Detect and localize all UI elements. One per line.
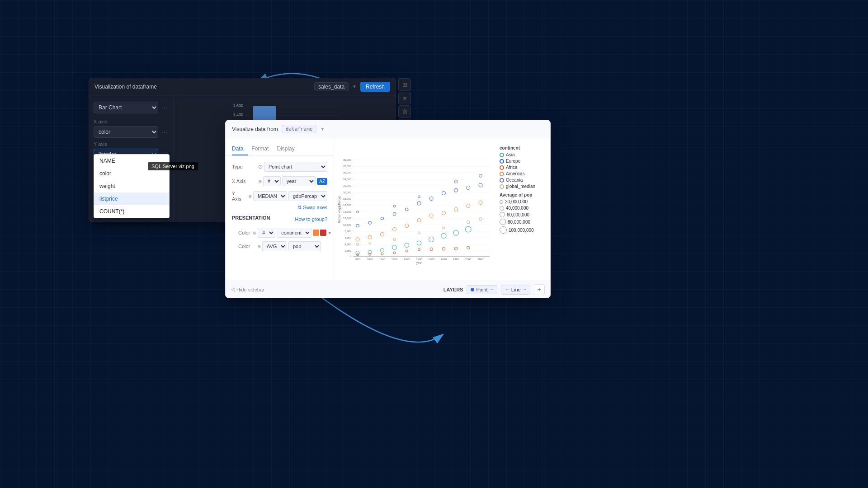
svg-text:1955: 1955 [354,258,361,261]
barchart-dataframe-arrow[interactable]: ▼ [352,84,357,89]
x-axis-more[interactable]: ··· [160,127,169,136]
scatter-chart-svg: 30,000 28,000 26,000 24,000 22,000 20,00… [338,142,497,277]
svg-point-111 [479,201,482,204]
legend-size-item-20m: 20,000,000 [500,199,544,204]
size-circle-100m [500,226,507,234]
presentation-label: PRESENTATION [232,215,270,221]
swatch-red [320,230,326,236]
svg-text:1985: 1985 [429,258,435,261]
dd-item-weight[interactable]: weight [94,180,169,192]
tab-data[interactable]: Data [232,143,248,155]
legend-item-americas: Americas [500,171,544,176]
svg-text:4,000: 4,000 [344,243,352,246]
x-axis-agg[interactable]: # [263,176,281,186]
x-axis-value-select[interactable]: year [282,176,316,186]
table-icon-btn[interactable]: ≡ [398,92,411,104]
svg-point-90 [479,183,482,187]
svg-point-84 [406,208,408,211]
legend-label-global-median: global_median [506,184,535,189]
svg-text:8,000: 8,000 [344,230,352,233]
legend-size-label-40m: 40,000,000 [506,206,528,211]
color1-value[interactable]: continent [277,228,311,238]
color2-value[interactable]: pop [288,241,321,251]
barchart-title: Visualization of dataframe [94,84,311,90]
svg-point-86 [429,197,433,201]
type-select[interactable]: Point chart [264,162,327,172]
legend-item-global-median: global_median [500,184,544,189]
chart-type-more[interactable]: ··· [160,103,169,112]
svg-point-120 [418,232,420,234]
svg-text:28,000: 28,000 [343,165,352,168]
x-axis-select[interactable]: color [94,126,158,138]
dd-item-count[interactable]: COUNT(*) [94,205,169,218]
svg-point-73 [392,245,397,250]
svg-text:1,400: 1,400 [233,113,243,117]
color1-row: Color ⊕ # continent ▼ [232,226,327,239]
presentation-section: PRESENTATION How to group? Color ⊕ # con… [226,212,334,254]
svg-text:6,000: 6,000 [344,236,352,239]
pc-body: Data Format Display Type ⊙ Point chart X… [226,138,550,281]
x-axis-section: X axis color ··· [89,116,174,139]
legend-item-africa: Africa [500,165,544,170]
svg-point-116 [479,174,482,177]
chart-type-select[interactable]: Bar Chart [94,102,158,113]
hide-sidebar-button[interactable]: ◁ Hide sidebar [231,286,264,292]
legend-size-label-20m: 20,000,000 [505,199,528,204]
swap-axes-button[interactable]: ⇅ Swap axes [297,205,327,211]
y-axis-agg[interactable]: MEDIAN [253,191,287,201]
pc-bottom-bar: ◁ Hide sidebar LAYERS Point ··· ∼ Line ·… [226,281,550,298]
svg-point-104 [393,228,396,231]
svg-text:16,000: 16,000 [343,204,352,206]
svg-point-83 [393,213,396,216]
layer-point-label: Point [476,287,487,292]
type-label: Type [232,164,255,169]
svg-text:2,000: 2,000 [344,249,352,252]
delete-icon-btn[interactable]: 🗑 [398,105,411,118]
color1-agg[interactable]: # [258,228,275,238]
legend-size-item-40m: 40,000,000 [500,206,544,211]
pointchart-window: Visualize data from dataframe ▼ Data For… [225,120,551,298]
chart-icon-btn[interactable]: ⊞ [398,78,411,91]
dd-item-listprice[interactable]: listprice [94,192,169,205]
svg-point-105 [405,224,409,228]
svg-text:18,000: 18,000 [343,197,352,200]
layer-line-more[interactable]: ··· [523,287,526,292]
svg-point-70 [356,251,359,255]
tab-display[interactable]: Display [277,143,299,155]
layer-point-tab[interactable]: Point ··· [467,285,497,294]
svg-point-103 [380,233,384,236]
color2-agg[interactable]: AVG [262,241,287,251]
svg-point-107 [429,214,433,217]
legend-label-asia: Asia [506,152,514,157]
svg-point-106 [417,219,421,222]
swatch-dropdown[interactable]: ▼ [327,230,332,235]
pc-dataframe-arrow[interactable]: ▼ [320,127,325,131]
svg-point-76 [429,237,434,242]
svg-text:1980: 1980 [416,258,422,261]
legend-circle-africa [500,165,504,170]
legend-label-europe: Europe [506,159,520,164]
size-circle-80m [500,219,506,225]
add-layer-button[interactable]: + [534,284,545,295]
barchart-dataframe-badge[interactable]: sales_data [314,82,349,91]
color1-label: Color [238,230,250,235]
legend-item-asia: Asia [500,152,544,157]
y-axis-label: Y Axis [232,191,245,202]
legend-circle-asia [500,153,504,157]
svg-point-110 [467,204,470,208]
refresh-button[interactable]: Refresh [360,82,390,92]
svg-point-92 [369,253,371,255]
legend-circle-oceania [500,178,504,183]
hide-sidebar-icon: ◁ [231,286,235,292]
color-swatches[interactable]: ▼ [313,230,332,236]
pc-dataframe-badge[interactable]: dataframe [282,125,317,133]
y-axis-value-select[interactable]: gdpPercap [288,191,327,201]
svg-text:1,600: 1,600 [233,103,243,108]
layer-point-more[interactable]: ··· [490,287,493,292]
legend-size-label-100m: 100,000,000 [509,228,534,233]
how-to-group-link[interactable]: How to group? [295,216,327,222]
legend-label-oceania: Oceania [506,178,523,183]
tab-format[interactable]: Format [251,143,273,155]
color2-row: Color ⊕ AVG pop [232,239,327,253]
layer-line-tab[interactable]: ∼ Line ··· [501,285,530,295]
